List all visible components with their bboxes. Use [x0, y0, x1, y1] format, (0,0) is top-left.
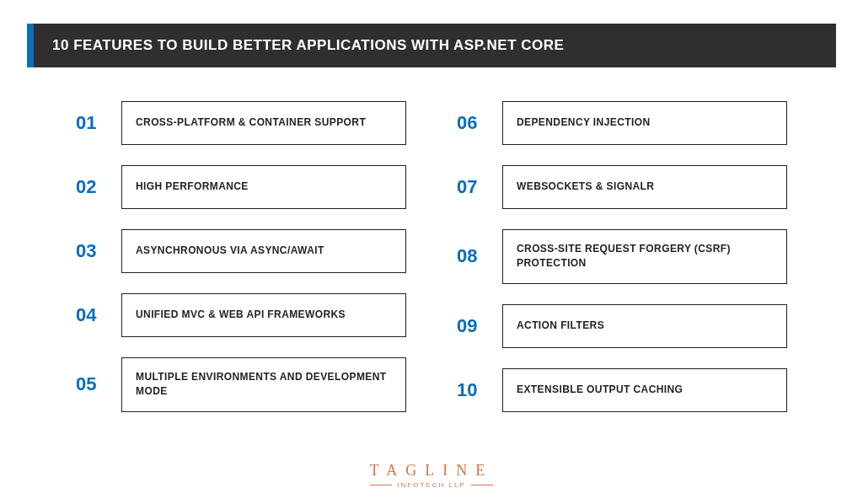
page-title: 10 FEATURES TO BUILD BETTER APPLICATIONS…	[52, 37, 817, 54]
header-bar: 10 FEATURES TO BUILD BETTER APPLICATIONS…	[34, 24, 836, 67]
feature-number: 09	[457, 304, 489, 348]
logo-sub-text: INFOTECH LLP	[397, 481, 465, 489]
feature-label: ACTION FILTERS	[517, 319, 604, 333]
feature-number: 04	[76, 293, 108, 337]
feature-item: 10 EXTENSIBLE OUTPUT CACHING	[457, 368, 787, 412]
feature-item: 02 HIGH PERFORMANCE	[76, 165, 406, 209]
feature-number: 05	[76, 357, 108, 412]
feature-item: 07 WEBSOCKETS & SIGNALR	[457, 165, 787, 209]
feature-label: MULTIPLE ENVIRONMENTS AND DEVELOPMENT MO…	[136, 370, 392, 399]
feature-label: CROSS-PLATFORM & CONTAINER SUPPORT	[136, 115, 366, 130]
logo-line-left	[370, 485, 392, 485]
footer-logo: TAGLINE INFOTECH LLP	[0, 462, 863, 489]
content: 01 CROSS-PLATFORM & CONTAINER SUPPORT 02…	[0, 67, 863, 412]
feature-label: ASYNCHRONOUS VIA ASYNC/AWAIT	[136, 244, 324, 258]
feature-item: 09 ACTION FILTERS	[457, 304, 787, 348]
feature-item: 01 CROSS-PLATFORM & CONTAINER SUPPORT	[76, 101, 406, 145]
feature-label: UNIFIED MVC & WEB API FRAMEWORKS	[136, 308, 346, 322]
feature-box: MULTIPLE ENVIRONMENTS AND DEVELOPMENT MO…	[121, 357, 406, 412]
feature-item: 05 MULTIPLE ENVIRONMENTS AND DEVELOPMENT…	[76, 357, 406, 412]
feature-item: 06 DEPENDENCY INJECTION	[457, 101, 787, 145]
header-accent-bar	[27, 24, 34, 67]
feature-item: 03 ASYNCHRONOUS VIA ASYNC/AWAIT	[76, 229, 406, 273]
feature-label: DEPENDENCY INJECTION	[517, 115, 650, 130]
feature-box: CROSS-PLATFORM & CONTAINER SUPPORT	[121, 101, 406, 145]
right-column: 06 DEPENDENCY INJECTION 07 WEBSOCKETS & …	[457, 101, 787, 412]
header: 10 FEATURES TO BUILD BETTER APPLICATIONS…	[0, 24, 863, 67]
feature-label: EXTENSIBLE OUTPUT CACHING	[517, 383, 683, 397]
logo-line-right	[471, 485, 493, 485]
logo-main-text: TAGLINE	[0, 462, 863, 480]
feature-number: 02	[76, 165, 108, 209]
feature-number: 01	[76, 101, 108, 145]
feature-number: 10	[457, 368, 489, 412]
feature-number: 06	[457, 101, 489, 145]
feature-label: HIGH PERFORMANCE	[136, 180, 249, 194]
logo-sub-wrapper: INFOTECH LLP	[0, 481, 863, 489]
feature-number: 07	[457, 165, 489, 209]
feature-number: 03	[76, 229, 108, 273]
feature-box: ASYNCHRONOUS VIA ASYNC/AWAIT	[121, 229, 406, 273]
feature-box: EXTENSIBLE OUTPUT CACHING	[502, 368, 787, 412]
feature-box: ACTION FILTERS	[502, 304, 787, 348]
feature-item: 04 UNIFIED MVC & WEB API FRAMEWORKS	[76, 293, 406, 337]
feature-box: DEPENDENCY INJECTION	[502, 101, 787, 145]
left-column: 01 CROSS-PLATFORM & CONTAINER SUPPORT 02…	[76, 101, 406, 412]
feature-label: WEBSOCKETS & SIGNALR	[517, 180, 654, 194]
feature-box: CROSS-SITE REQUEST FORGERY (CSRF) PROTEC…	[502, 229, 787, 284]
feature-label: CROSS-SITE REQUEST FORGERY (CSRF) PROTEC…	[517, 242, 773, 271]
feature-box: UNIFIED MVC & WEB API FRAMEWORKS	[121, 293, 406, 337]
feature-item: 08 CROSS-SITE REQUEST FORGERY (CSRF) PRO…	[457, 229, 787, 284]
feature-box: WEBSOCKETS & SIGNALR	[502, 165, 787, 209]
feature-number: 08	[457, 229, 489, 284]
feature-box: HIGH PERFORMANCE	[121, 165, 406, 209]
